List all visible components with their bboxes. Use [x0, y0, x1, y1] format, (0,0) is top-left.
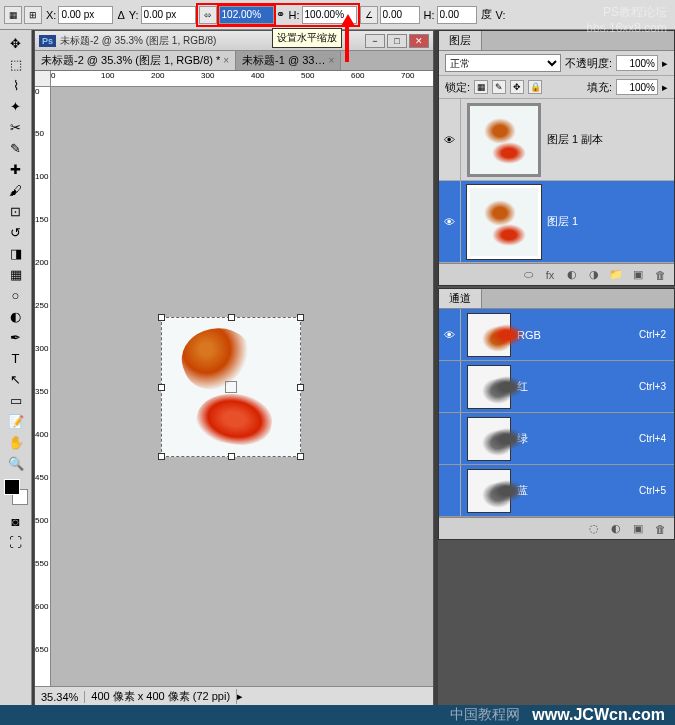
notes-tool[interactable]: 📝: [4, 411, 28, 431]
link-icon[interactable]: ⚭: [276, 8, 285, 21]
transform-icon[interactable]: ▦: [4, 6, 22, 24]
close-button[interactable]: ✕: [409, 34, 429, 48]
crop-tool[interactable]: ✂: [4, 117, 28, 137]
channel-row[interactable]: 👁 RGB Ctrl+2: [439, 309, 674, 361]
new-channel-icon[interactable]: ▣: [630, 521, 646, 537]
mask-icon[interactable]: ◐: [564, 267, 580, 283]
layer-thumbnail[interactable]: [467, 103, 541, 177]
link-layers-icon[interactable]: ⬭: [520, 267, 536, 283]
lock-position-icon[interactable]: ✥: [510, 80, 524, 94]
channel-name: RGB: [517, 329, 639, 341]
pen-tool[interactable]: ✒: [4, 327, 28, 347]
w2-input[interactable]: [380, 6, 420, 24]
canvas-viewport[interactable]: [51, 87, 433, 686]
hand-tool[interactable]: ✋: [4, 432, 28, 452]
channel-thumbnail[interactable]: [467, 417, 511, 461]
channel-thumbnail[interactable]: [467, 313, 511, 357]
transform-handle[interactable]: [158, 314, 165, 321]
visibility-toggle[interactable]: 👁: [439, 309, 461, 360]
stamp-tool[interactable]: ⊡: [4, 201, 28, 221]
visibility-toggle[interactable]: 👁: [439, 181, 461, 262]
transform-handle[interactable]: [228, 314, 235, 321]
gradient-tool[interactable]: ▦: [4, 264, 28, 284]
blur-tool[interactable]: ○: [4, 285, 28, 305]
lock-all-icon[interactable]: 🔒: [528, 80, 542, 94]
transform-handle[interactable]: [297, 453, 304, 460]
minimize-button[interactable]: −: [365, 34, 385, 48]
layer-row[interactable]: 👁 图层 1 副本: [439, 99, 674, 181]
y-input[interactable]: [141, 6, 196, 24]
fx-icon[interactable]: fx: [542, 267, 558, 283]
group-icon[interactable]: 📁: [608, 267, 624, 283]
visibility-toggle[interactable]: [439, 361, 461, 412]
zoom-tool[interactable]: 🔍: [4, 453, 28, 473]
shape-tool[interactable]: ▭: [4, 390, 28, 410]
eyedropper-tool[interactable]: ✎: [4, 138, 28, 158]
width-scale-input[interactable]: [219, 6, 274, 24]
opacity-input[interactable]: [616, 55, 658, 71]
history-brush-tool[interactable]: ↺: [4, 222, 28, 242]
tab-layers[interactable]: 图层: [439, 31, 482, 50]
channel-row[interactable]: 红 Ctrl+3: [439, 361, 674, 413]
transform-bounding-box[interactable]: [161, 317, 301, 457]
screen-mode-tool[interactable]: ⛶: [4, 532, 28, 552]
layer-row[interactable]: 👁 图层 1: [439, 181, 674, 263]
channel-row[interactable]: 绿 Ctrl+4: [439, 413, 674, 465]
tab-doc2[interactable]: 未标题-1 @ 33…×: [236, 51, 341, 70]
visibility-toggle[interactable]: 👁: [439, 99, 461, 180]
visibility-toggle[interactable]: [439, 465, 461, 516]
transform-handle[interactable]: [158, 453, 165, 460]
layer-name[interactable]: 图层 1: [547, 214, 674, 229]
tab-channels[interactable]: 通道: [439, 289, 482, 308]
quickmask-tool[interactable]: ◙: [4, 511, 28, 531]
trash-icon[interactable]: 🗑: [652, 267, 668, 283]
transform-handle[interactable]: [297, 384, 304, 391]
layer-name[interactable]: 图层 1 副本: [547, 132, 674, 147]
heal-tool[interactable]: ✚: [4, 159, 28, 179]
color-swatches[interactable]: [4, 479, 28, 505]
lock-image-icon[interactable]: ✎: [492, 80, 506, 94]
chevron-right-icon[interactable]: ▸: [237, 690, 243, 703]
close-icon[interactable]: ×: [328, 55, 334, 66]
tab-doc1[interactable]: 未标题-2 @ 35.3% (图层 1, RGB/8) *×: [35, 51, 236, 70]
chevron-right-icon[interactable]: ▸: [662, 81, 668, 94]
chevron-right-icon[interactable]: ▸: [662, 57, 668, 70]
transform-handle[interactable]: [228, 453, 235, 460]
blend-mode-select[interactable]: 正常: [445, 54, 561, 72]
scale-w-icon: ⬄: [199, 6, 217, 24]
adjustment-icon[interactable]: ◑: [586, 267, 602, 283]
path-tool[interactable]: ↖: [4, 369, 28, 389]
zoom-level[interactable]: 35.34%: [35, 691, 85, 703]
transform-handle[interactable]: [297, 314, 304, 321]
visibility-toggle[interactable]: [439, 413, 461, 464]
load-selection-icon[interactable]: ◌: [586, 521, 602, 537]
doc-info[interactable]: 400 像素 x 400 像素 (72 ppi): [85, 689, 237, 704]
x-input[interactable]: [58, 6, 113, 24]
eraser-tool[interactable]: ◨: [4, 243, 28, 263]
status-bar: 35.34% 400 像素 x 400 像素 (72 ppi) ▸: [35, 686, 433, 706]
trash-icon[interactable]: 🗑: [652, 521, 668, 537]
close-icon[interactable]: ×: [223, 55, 229, 66]
h2-input[interactable]: [437, 6, 477, 24]
channel-row[interactable]: 蓝 Ctrl+5: [439, 465, 674, 517]
type-tool[interactable]: T: [4, 348, 28, 368]
save-selection-icon[interactable]: ◐: [608, 521, 624, 537]
wand-tool[interactable]: ✦: [4, 96, 28, 116]
channel-thumbnail[interactable]: [467, 365, 511, 409]
lock-transparency-icon[interactable]: ▦: [474, 80, 488, 94]
transform-handle[interactable]: [158, 384, 165, 391]
document-titlebar[interactable]: Ps未标题-2 @ 35.3% (图层 1, RGB/8) − □ ✕: [35, 31, 433, 51]
move-tool[interactable]: ✥: [4, 33, 28, 53]
brush-tool[interactable]: 🖌: [4, 180, 28, 200]
lasso-tool[interactable]: ⌇: [4, 75, 28, 95]
dodge-tool[interactable]: ◐: [4, 306, 28, 326]
marquee-tool[interactable]: ⬚: [4, 54, 28, 74]
transform-center[interactable]: [225, 381, 237, 393]
maximize-button[interactable]: □: [387, 34, 407, 48]
new-layer-icon[interactable]: ▣: [630, 267, 646, 283]
deg-label: 度: [481, 7, 492, 22]
fill-input[interactable]: [616, 79, 658, 95]
channel-thumbnail[interactable]: [467, 469, 511, 513]
layer-thumbnail[interactable]: [467, 185, 541, 259]
reference-point-icon[interactable]: ⊞: [24, 6, 42, 24]
